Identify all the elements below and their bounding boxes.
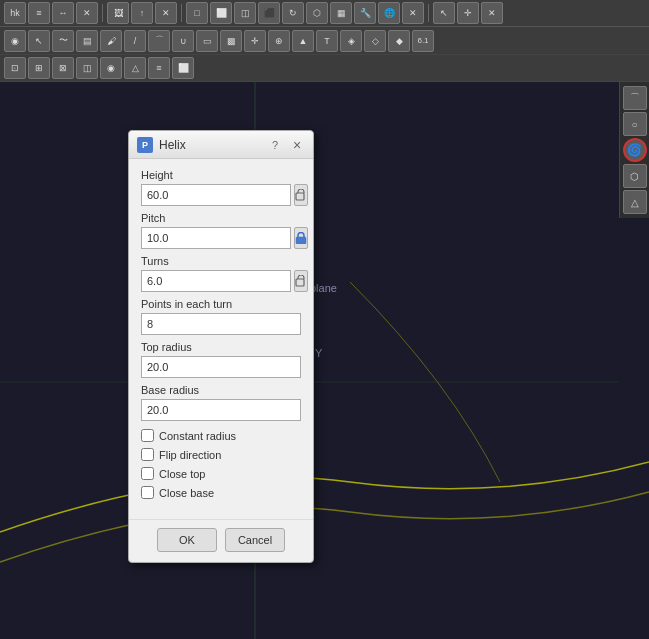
top-radius-row [141,356,301,378]
turns-copy-btn[interactable] [294,270,308,292]
tb-dyn[interactable]: ≡ [148,57,170,79]
tb-btn-line[interactable]: / [124,30,146,52]
tb-btn-hatch[interactable]: ▩ [220,30,242,52]
toolbar-row1: hk ≡ ↔ ✕ 🖼 ↑ ✕ □ ⬜ ◫ ⬛ ↻ ⬡ ▦ 🔧 🌐 ✕ ↖ ✛ ✕ [0,0,649,27]
tb-btn-hk[interactable]: hk [4,2,26,24]
toolbar-top: hk ≡ ↔ ✕ 🖼 ↑ ✕ □ ⬜ ◫ ⬛ ↻ ⬡ ▦ 🔧 🌐 ✕ ↖ ✛ ✕… [0,0,649,55]
rt-btn-helix[interactable]: 🌀 [623,138,647,162]
tb-btn-arc[interactable]: ∪ [172,30,194,52]
tb-btn-box2[interactable]: ⬜ [210,2,232,24]
points-label: Points in each turn [141,298,301,310]
toolbar-right: ⌒ ○ 🌀 ⬡ △ [619,82,649,218]
tb-btn-ht[interactable]: 🔧 [354,2,376,24]
tb-btn-move[interactable]: ✛ [457,2,479,24]
points-row [141,313,301,335]
constant-radius-row: Constant radius [141,429,301,442]
toolbar-row2: ◉ ↖ 〜 ▤ 🖌 / ⌒ ∪ ▭ ▩ ✛ ⊕ ▲ T ◈ ◇ ◆ 6.1 [0,27,649,54]
tb-btn-3d[interactable]: ▲ [292,30,314,52]
dialog-footer: OK Cancel [129,519,313,562]
height-lock-btn[interactable] [294,184,308,206]
y-label: Y [315,347,322,359]
tb-btn-box4[interactable]: ⬛ [258,2,280,24]
tb-btn-rot[interactable]: ↻ [282,2,304,24]
tb-btn-dim[interactable]: ↔ [52,2,74,24]
tb-btn-text[interactable]: T [316,30,338,52]
tb-btn-cursor[interactable]: ↖ [433,2,455,24]
cancel-button[interactable]: Cancel [225,528,285,552]
base-radius-label: Base radius [141,384,301,396]
height-label: Height [141,169,301,181]
rt-btn-hex[interactable]: ⬡ [623,164,647,188]
tb-btn-polyline[interactable]: ⌒ [148,30,170,52]
turns-row [141,270,301,292]
pitch-input[interactable] [141,227,291,249]
svg-rect-3 [296,237,306,244]
turns-input[interactable] [141,270,291,292]
tb-btn-layers[interactable]: ≡ [28,2,50,24]
cad-canvas: plane Y [0,82,649,639]
tb-btn-grid[interactable]: ▤ [76,30,98,52]
dialog-close-button[interactable]: × [289,137,305,153]
rt-btn-circle[interactable]: ○ [623,112,647,136]
copy2-icon [295,275,307,287]
close-top-row: Close top [141,467,301,480]
tb-btn-close4[interactable]: ✕ [481,2,503,24]
tb-btn-snap2[interactable]: ◇ [364,30,386,52]
ok-button[interactable]: OK [157,528,217,552]
tb-btn-snap1[interactable]: ◈ [340,30,362,52]
tb-lw[interactable]: ⬜ [172,57,194,79]
tb-btn-close3[interactable]: ✕ [402,2,424,24]
sep3 [428,4,429,22]
close-top-checkbox[interactable] [141,467,154,480]
plane-label: plane [310,282,337,294]
constant-radius-checkbox[interactable] [141,429,154,442]
base-radius-input[interactable] [141,399,301,421]
rt-btn-arc[interactable]: ⌒ [623,86,647,110]
points-input[interactable] [141,313,301,335]
top-radius-input[interactable] [141,356,301,378]
sep1 [102,4,103,22]
tb-btn-arrow[interactable]: ↑ [131,2,153,24]
helix-dialog: P Helix ? × Height Pitch [128,130,314,563]
tb-btn-close1[interactable]: ✕ [76,2,98,24]
tb-snap[interactable]: ⊡ [4,57,26,79]
tb-btn-paint[interactable]: 🖌 [100,30,122,52]
flip-direction-checkbox[interactable] [141,448,154,461]
height-input[interactable] [141,184,291,206]
top-radius-label: Top radius [141,341,301,353]
tb-polar[interactable]: ⊠ [52,57,74,79]
copy-icon [295,189,307,201]
sep2 [181,4,182,22]
turns-label: Turns [141,255,301,267]
tb-btn-wave[interactable]: 〜 [52,30,74,52]
tb-btn-select[interactable]: ↖ [28,30,50,52]
dialog-title: Helix [159,138,261,152]
rt-btn-cone[interactable]: △ [623,190,647,214]
tb-btn-close2[interactable]: ✕ [155,2,177,24]
tb-ducs[interactable]: △ [124,57,146,79]
tb-btn-box[interactable]: □ [186,2,208,24]
tb-btn-circle[interactable]: ◉ [4,30,26,52]
dialog-titlebar: P Helix ? × [129,131,313,159]
tb-btn-rect[interactable]: ▭ [196,30,218,52]
toolbar-row3: ⊡ ⊞ ⊠ ◫ ◉ △ ≡ ⬜ [0,55,649,82]
tb-btn-arr[interactable]: ▦ [330,2,352,24]
tb-ortho[interactable]: ⊞ [28,57,50,79]
dialog-help-button[interactable]: ? [267,137,283,153]
tb-btn-img[interactable]: 🖼 [107,2,129,24]
tb-btn-globe[interactable]: 🌐 [378,2,400,24]
tb-btn-snap3[interactable]: ◆ [388,30,410,52]
tb-osnap[interactable]: ◫ [76,57,98,79]
tb-btn-dist[interactable]: ⊕ [268,30,290,52]
tb-btn-num6[interactable]: 6.1 [412,30,434,52]
tb-otrack[interactable]: ◉ [100,57,122,79]
tb-btn-move2[interactable]: ✛ [244,30,266,52]
pitch-label: Pitch [141,212,301,224]
pitch-lock-btn[interactable] [294,227,308,249]
tb-btn-flip[interactable]: ⬡ [306,2,328,24]
canvas-svg [0,82,649,639]
height-row [141,184,301,206]
close-base-checkbox[interactable] [141,486,154,499]
pitch-row [141,227,301,249]
tb-btn-box3[interactable]: ◫ [234,2,256,24]
